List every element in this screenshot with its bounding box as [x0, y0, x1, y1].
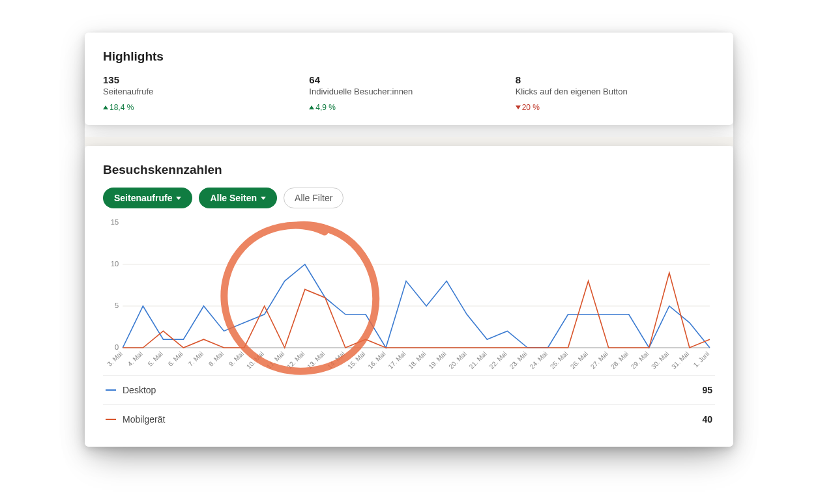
legend-swatch-icon [106, 419, 116, 420]
svg-text:6. Mai: 6. Mai [167, 350, 184, 368]
svg-text:19. Mai: 19. Mai [427, 350, 447, 371]
svg-text:29. Mai: 29. Mai [630, 350, 650, 371]
highlight-label: Individuelle Besucher:innen [309, 87, 508, 96]
svg-text:30. Mai: 30. Mai [650, 350, 670, 371]
highlight-value: 135 [103, 74, 302, 85]
legend-total: 40 [702, 414, 712, 425]
svg-text:16. Mai: 16. Mai [366, 350, 387, 371]
metrics-title: Besuchskennzahlen [103, 163, 715, 177]
highlight-value: 8 [516, 74, 715, 85]
svg-text:11. Mai: 11. Mai [265, 350, 285, 371]
triangle-up-icon [309, 105, 314, 109]
legend-label: Desktop [123, 385, 156, 395]
svg-text:13. Mai: 13. Mai [306, 350, 326, 371]
highlight-button-clicks: 8 Klicks auf den eigenen Button 20 % [516, 74, 715, 112]
metrics-card: Besuchskennzahlen Seitenaufrufe Alle Sei… [85, 146, 733, 447]
svg-text:3. Mai: 3. Mai [106, 350, 123, 368]
highlight-value: 64 [309, 74, 508, 85]
svg-text:5. Mai: 5. Mai [147, 350, 164, 368]
svg-text:15. Mai: 15. Mai [346, 350, 366, 371]
svg-text:7. Mai: 7. Mai [187, 350, 205, 368]
highlights-title: Highlights [103, 49, 715, 64]
svg-text:4. Mai: 4. Mai [126, 350, 144, 368]
legend-row-desktop[interactable]: Desktop 95 [103, 375, 715, 404]
highlight-change: 18,4 % [103, 103, 302, 112]
highlights-row: 135 Seitenaufrufe 18,4 % 64 Individuelle… [103, 74, 715, 112]
legend-row-mobile[interactable]: Mobilgerät 40 [103, 404, 715, 434]
svg-text:28. Mai: 28. Mai [609, 350, 630, 371]
svg-text:21. Mai: 21. Mai [468, 350, 488, 371]
svg-text:5: 5 [115, 301, 119, 309]
svg-text:10. Mai: 10. Mai [245, 350, 265, 371]
svg-text:25. Mai: 25. Mai [549, 350, 569, 371]
svg-text:10: 10 [111, 260, 119, 268]
svg-text:20. Mai: 20. Mai [447, 350, 467, 371]
filter-row: Seitenaufrufe Alle Seiten Alle Filter [103, 188, 715, 208]
svg-text:1. Juni: 1. Juni [692, 350, 711, 369]
svg-text:31. Mai: 31. Mai [670, 350, 690, 371]
highlight-change: 20 % [516, 103, 715, 112]
svg-text:8. Mai: 8. Mai [207, 350, 225, 368]
highlight-label: Klicks auf den eigenen Button [516, 87, 715, 96]
legend-swatch-icon [106, 389, 116, 391]
svg-text:12. Mai: 12. Mai [285, 350, 306, 371]
svg-text:22. Mai: 22. Mai [488, 350, 508, 371]
svg-text:17. Mai: 17. Mai [387, 350, 407, 371]
svg-text:15: 15 [111, 219, 119, 226]
svg-text:24. Mai: 24. Mai [529, 350, 549, 371]
highlight-label: Seitenaufrufe [103, 87, 302, 96]
filter-pages-dropdown[interactable]: Alle Seiten [199, 188, 277, 208]
svg-text:23. Mai: 23. Mai [508, 350, 529, 371]
highlight-pageviews: 135 Seitenaufrufe 18,4 % [103, 74, 302, 112]
svg-text:27. Mai: 27. Mai [589, 350, 609, 371]
legend-label: Mobilgerät [123, 414, 165, 425]
card-gap [85, 137, 733, 146]
chevron-down-icon [261, 197, 266, 200]
legend-total: 95 [702, 385, 712, 395]
svg-text:9. Mai: 9. Mai [227, 350, 245, 368]
filter-all-button[interactable]: Alle Filter [284, 188, 343, 208]
filter-metric-dropdown[interactable]: Seitenaufrufe [103, 188, 192, 208]
highlights-card: Highlights 135 Seitenaufrufe 18,4 % 64 I… [85, 33, 733, 125]
triangle-down-icon [516, 105, 521, 109]
triangle-up-icon [103, 105, 108, 109]
svg-text:14. Mai: 14. Mai [326, 350, 346, 371]
highlight-visitors: 64 Individuelle Besucher:innen 4,9 % [309, 74, 508, 112]
svg-text:26. Mai: 26. Mai [569, 350, 589, 371]
line-chart: 0510153. Mai4. Mai5. Mai6. Mai7. Mai8. M… [103, 219, 715, 375]
highlight-change: 4,9 % [309, 103, 508, 112]
chart-area: 0510153. Mai4. Mai5. Mai6. Mai7. Mai8. M… [103, 215, 715, 375]
chevron-down-icon [176, 197, 181, 200]
svg-text:18. Mai: 18. Mai [407, 350, 427, 371]
